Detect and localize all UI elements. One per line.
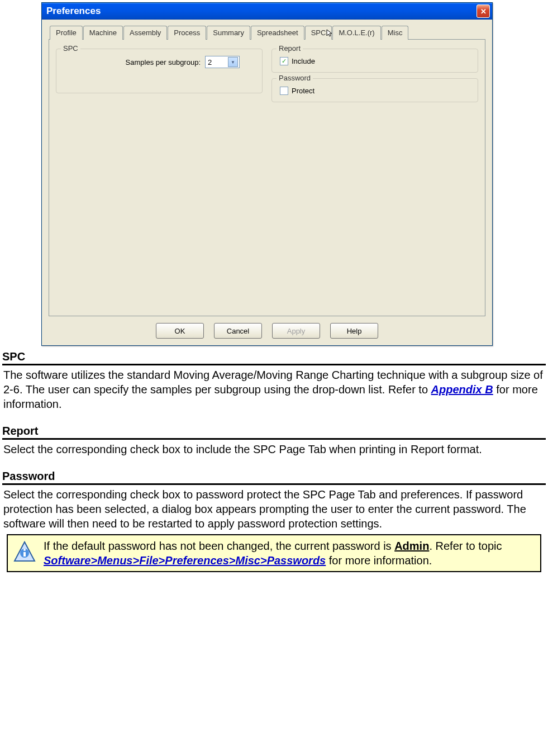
spc-groupbox: SPC Samples per subgroup: 2 ▼ [56,49,263,93]
report-group-title: Report [277,44,303,53]
note-box: If the default password has not been cha… [7,534,541,572]
dialog-body: Profile Machine Assembly Process Summary… [42,20,492,345]
cursor-icon [326,28,335,39]
note-text: If the default password has not been cha… [44,539,502,568]
tab-spreadsheet[interactable]: Spreadsheet [251,26,304,40]
tab-misc[interactable]: Misc [382,26,409,40]
close-button[interactable]: ✕ [476,4,490,18]
include-label: Include [292,57,315,65]
svg-rect-2 [23,552,26,557]
password-heading: Password [2,470,546,484]
protect-label: Protect [292,87,314,95]
right-panel: Report ✓ Include Password Protect [271,46,478,309]
tab-assembly[interactable]: Assembly [123,26,167,40]
samples-dropdown[interactable]: 2 ▼ [205,56,240,68]
note-post: for more information. [326,554,432,567]
tab-profile[interactable]: Profile [50,26,83,40]
spc-heading: SPC [2,350,546,365]
note-mid: . Refer to topic [429,540,502,552]
ok-button[interactable]: OK [156,323,204,339]
password-group-title: Password [277,74,313,82]
close-icon: ✕ [480,8,487,15]
button-row: OK Cancel Apply Help [49,316,485,339]
report-groupbox: Report ✓ Include [271,49,478,73]
spc-group-title: SPC [61,44,80,53]
window-title: Preferences [46,6,101,17]
chevron-down-icon: ▼ [228,57,238,67]
svg-point-3 [23,549,26,551]
left-panel: SPC Samples per subgroup: 2 ▼ [56,46,263,309]
passwords-link[interactable]: Software>Menus>File>Preferences>Misc>Pas… [44,554,326,567]
report-body: Select the corresponding check box to in… [2,439,546,467]
admin-text: Admin [394,540,429,552]
password-groupbox: Password Protect [271,78,478,102]
protect-checkbox[interactable] [280,87,288,95]
tab-summary[interactable]: Summary [207,26,250,40]
tab-strip: Profile Machine Assembly Process Summary… [49,25,485,40]
tab-spc[interactable]: SPC [305,26,332,40]
tab-process[interactable]: Process [168,26,206,40]
help-button[interactable]: Help [330,323,378,339]
samples-value: 2 [208,58,212,66]
include-checkbox[interactable]: ✓ [280,57,288,65]
samples-label: Samples per subgroup: [126,58,201,66]
include-row[interactable]: ✓ Include [278,56,472,66]
preferences-dialog: Preferences ✕ Profile Machine Assembly P… [41,2,493,346]
cancel-button[interactable]: Cancel [214,323,262,339]
apply-button[interactable]: Apply [272,323,320,339]
protect-row[interactable]: Protect [278,85,472,96]
samples-row: Samples per subgroup: 2 ▼ [62,56,256,68]
tab-content: SPC Samples per subgroup: 2 ▼ Report ✓ [49,40,485,316]
titlebar[interactable]: Preferences ✕ [42,3,492,20]
tab-spc-label: SPC [311,28,326,37]
appendix-b-link[interactable]: Appendix B [431,383,493,396]
tab-mole[interactable]: M.O.L.E.(r) [332,26,380,40]
note-pre: If the default password has not been cha… [44,540,394,552]
password-text: Select the corresponding check box to pa… [3,488,526,530]
password-body: Select the corresponding check box to pa… [2,484,546,533]
spc-body: The software utilizes the standard Movin… [2,365,546,421]
info-icon [12,540,37,567]
report-heading: Report [2,425,546,439]
tab-machine[interactable]: Machine [83,26,123,40]
